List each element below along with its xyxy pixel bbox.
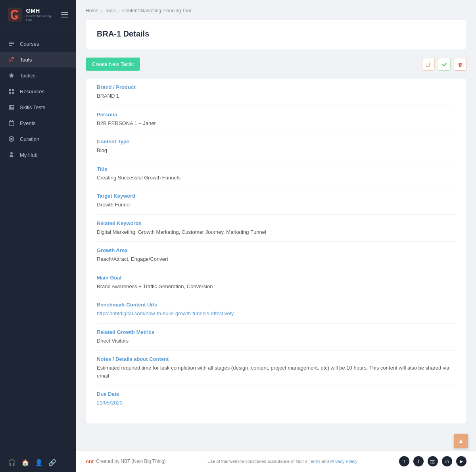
courses-icon: [8, 40, 15, 47]
fields-list: Brand / ProductBRAND 1PersonaB2B PERSONA…: [97, 79, 455, 412]
field-value: Digital Marketing, Growth Marketing, Cus…: [97, 228, 455, 236]
hamburger-menu[interactable]: [61, 12, 68, 17]
field-section: PersonaB2B PERSONA 1 – Janet: [97, 106, 455, 133]
page-footer: nbt Created by NBT (Next Big Thing) Use …: [76, 450, 476, 472]
create-new-tactic-button[interactable]: Create New Tactic: [86, 58, 140, 71]
toolbar: Create New Tactic: [86, 58, 466, 71]
breadcrumb: Home › Tools › Content Marketing Plannin…: [86, 8, 466, 13]
main-content: Home › Tools › Content Marketing Plannin…: [76, 0, 476, 472]
home-icon[interactable]: 🏠: [21, 459, 29, 466]
field-section: Growth AreaReach/Attract, Engage/Convert: [97, 242, 455, 269]
field-label: Brand / Product: [97, 84, 455, 90]
field-value: Estimated required time for task complet…: [97, 364, 455, 380]
breadcrumb-sep-1: ›: [101, 8, 102, 13]
delete-button[interactable]: [454, 58, 466, 71]
field-value: Growth Funnel: [97, 201, 455, 209]
field-value: https://nbtdigital.com/how-to-build-grow…: [97, 310, 455, 318]
footer-social: f t 📷 in ▶: [399, 456, 466, 466]
sidebar-logo: GMH Growth Marketing Hub: [0, 0, 76, 29]
field-value: Brand Awareness + Traffic Generation, Co…: [97, 283, 455, 291]
footer-brand: nbt Created by NBT (Next Big Thing): [86, 459, 166, 464]
tools-icon: [8, 56, 15, 63]
field-label: Due Date: [97, 391, 455, 397]
content-area: Home › Tools › Content Marketing Plannin…: [76, 0, 476, 450]
myhub-icon: [8, 151, 15, 158]
sidebar-footer: 🎧 🏠 👤 🔗: [0, 453, 76, 472]
check-button[interactable]: [438, 58, 451, 71]
field-label: Benchmark Content Urls: [97, 302, 455, 308]
tactics-icon: [8, 72, 15, 79]
field-value: Blog: [97, 146, 455, 154]
breadcrumb-sep-2: ›: [118, 8, 120, 13]
breadcrumb-current: Content Marketing Planning Tool: [122, 8, 191, 13]
field-section: Benchmark Content Urlshttps://nbtdigital…: [97, 296, 455, 324]
toolbar-actions: [422, 58, 466, 71]
logo-text: GMH Growth Marketing Hub: [26, 7, 57, 22]
svg-rect-4: [12, 92, 14, 94]
sidebar-nav: Courses Tools Tactics Resources: [0, 29, 76, 453]
copy-icon: [426, 62, 431, 67]
sidebar-item-events[interactable]: Events: [0, 115, 76, 131]
sidebar: GMH Growth Marketing Hub Courses Tools: [0, 0, 76, 472]
breadcrumb-home[interactable]: Home: [86, 8, 98, 13]
field-label: Title: [97, 166, 455, 172]
field-label: Content Type: [97, 139, 455, 144]
field-label: Related Keywords: [97, 220, 455, 226]
field-section: Notes / Details about ContentEstimated r…: [97, 351, 455, 385]
youtube-icon[interactable]: ▶: [456, 456, 466, 466]
field-label: Target Keyword: [97, 193, 455, 199]
copy-button[interactable]: [422, 58, 435, 71]
page-title: BRA-1 Details: [97, 29, 455, 39]
skills-icon: [8, 104, 15, 111]
check-icon: [441, 62, 447, 67]
linkedin-icon[interactable]: in: [442, 456, 452, 466]
sidebar-item-resources[interactable]: Resources: [0, 83, 76, 99]
field-section: Main GoalBrand Awareness + Traffic Gener…: [97, 269, 455, 297]
twitter-icon[interactable]: t: [413, 456, 424, 466]
field-section: Related Growth MetricsDirect Visitors: [97, 324, 455, 351]
sidebar-item-my-hub[interactable]: My Hub: [0, 147, 76, 163]
field-section: Brand / ProductBRAND 1: [97, 79, 455, 106]
share-icon[interactable]: 🔗: [48, 459, 56, 466]
gmh-logo-icon: [8, 8, 22, 22]
trash-icon: [457, 62, 463, 67]
sidebar-item-tools[interactable]: Tools: [0, 52, 76, 67]
field-label: Related Growth Metrics: [97, 329, 455, 335]
footer-terms-link[interactable]: Terms: [309, 459, 321, 464]
field-value: Reach/Attract, Engage/Convert: [97, 255, 455, 263]
field-label: Growth Area: [97, 247, 455, 253]
field-section: Target KeywordGrowth Funnel: [97, 187, 455, 215]
field-label: Main Goal: [97, 275, 455, 281]
scroll-to-top-button[interactable]: ▲: [454, 434, 468, 448]
footer-nbt-logo: nbt: [86, 459, 94, 464]
field-value: 21/05/2020: [97, 399, 455, 407]
field-section: Due Date21/05/2020: [97, 385, 455, 412]
detail-header-card: BRA-1 Details: [86, 20, 466, 50]
field-section: TitleCreating Successful Growth Funnels: [97, 160, 455, 188]
footer-created-by: Created by NBT (Next Big Thing): [96, 459, 166, 464]
facebook-icon[interactable]: f: [399, 456, 409, 466]
svg-rect-3: [9, 92, 11, 94]
field-value: B2B PERSONA 1 – Janet: [97, 119, 455, 127]
instagram-icon[interactable]: 📷: [428, 456, 438, 466]
svg-rect-2: [12, 89, 14, 91]
sidebar-item-curation[interactable]: Curation: [0, 131, 76, 147]
sidebar-item-skills-tests[interactable]: Skills Tests: [0, 99, 76, 115]
footer-privacy-link[interactable]: Privacy Policy: [330, 459, 357, 464]
field-value: BRAND 1: [97, 92, 455, 100]
field-label: Persona: [97, 112, 455, 118]
footer-legal: Use of this website constitutes acceptan…: [207, 459, 357, 464]
user-icon[interactable]: 👤: [35, 459, 43, 466]
events-icon: [8, 119, 15, 127]
field-section: Content TypeBlog: [97, 133, 455, 160]
sidebar-item-tactics[interactable]: Tactics: [0, 67, 76, 83]
resources-icon: [8, 88, 15, 95]
headphones-icon[interactable]: 🎧: [8, 459, 16, 466]
breadcrumb-tools[interactable]: Tools: [105, 8, 116, 13]
field-value: Direct Visitors: [97, 337, 455, 345]
fields-container: Brand / ProductBRAND 1PersonaB2B PERSONA…: [86, 79, 466, 424]
curation-icon: [8, 135, 15, 143]
field-section: Related KeywordsDigital Marketing, Growt…: [97, 215, 455, 242]
field-label: Notes / Details about Content: [97, 356, 455, 362]
sidebar-item-courses[interactable]: Courses: [0, 36, 76, 52]
